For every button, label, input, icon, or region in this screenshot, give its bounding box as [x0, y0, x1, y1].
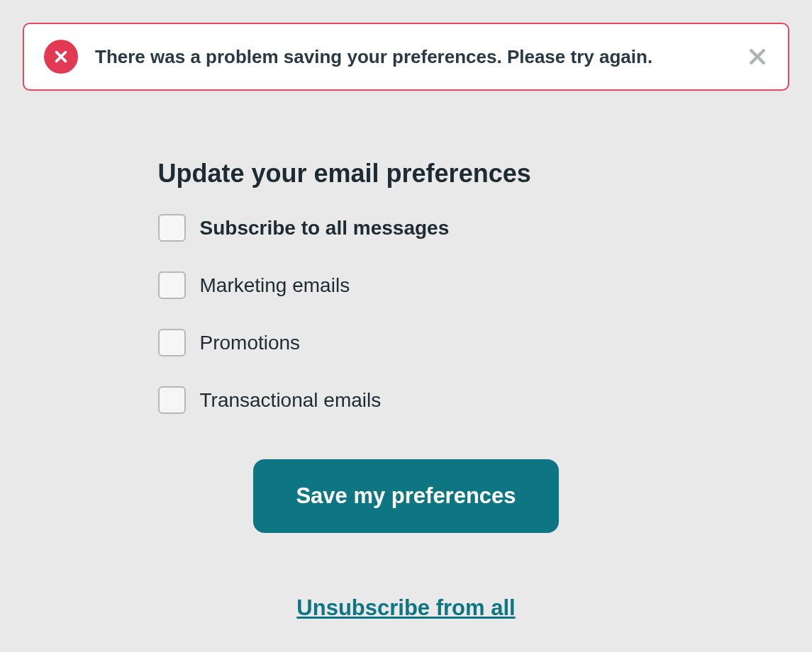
save-button-row: Save my preferences — [158, 459, 655, 533]
option-subscribe-all: Subscribe to all messages — [158, 214, 655, 242]
checkbox-transactional[interactable] — [158, 386, 186, 414]
checkbox-promotions[interactable] — [158, 329, 186, 356]
label-marketing[interactable]: Marketing emails — [200, 274, 350, 297]
unsubscribe-row: Unsubscribe from all — [158, 595, 655, 621]
checkbox-marketing[interactable] — [158, 271, 186, 299]
checkbox-subscribe-all[interactable] — [158, 214, 186, 242]
error-alert: There was a problem saving your preferen… — [23, 23, 789, 91]
alert-message: There was a problem saving your preferen… — [95, 46, 747, 68]
label-transactional[interactable]: Transactional emails — [200, 389, 382, 412]
option-transactional: Transactional emails — [158, 386, 655, 414]
error-icon — [44, 40, 78, 74]
page-title: Update your email preferences — [158, 159, 655, 189]
close-icon — [747, 46, 768, 67]
unsubscribe-link[interactable]: Unsubscribe from all — [296, 595, 515, 621]
alert-close-button[interactable] — [747, 46, 768, 67]
option-promotions: Promotions — [158, 329, 655, 356]
option-marketing: Marketing emails — [158, 271, 655, 299]
label-promotions[interactable]: Promotions — [200, 332, 301, 354]
preferences-form: Update your email preferences Subscribe … — [158, 159, 655, 621]
label-subscribe-all[interactable]: Subscribe to all messages — [200, 217, 450, 240]
save-button[interactable]: Save my preferences — [253, 459, 558, 533]
